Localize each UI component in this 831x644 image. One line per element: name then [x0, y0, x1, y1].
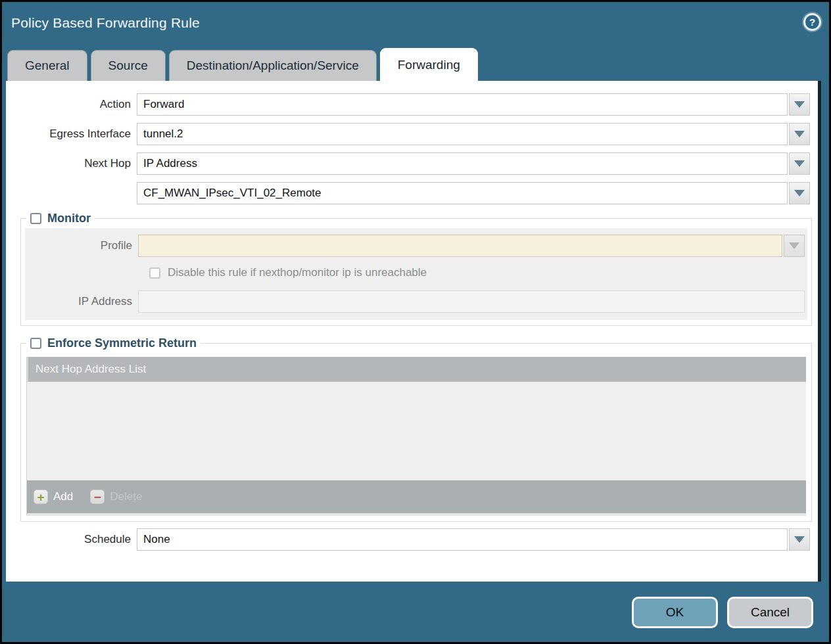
minus-icon: − [90, 490, 105, 504]
monitor-ip-address-row: IP Address [25, 290, 805, 312]
next-hop-row: Next Hop IP Address [6, 152, 810, 175]
dialog-title: Policy Based Forwarding Rule [11, 15, 200, 31]
next-hop-label: Next Hop [6, 157, 137, 170]
egress-interface-label: Egress Interface [6, 127, 137, 141]
next-hop-address-table: Next Hop Address List + Add − Delete [26, 357, 806, 516]
enforce-symmetric-return-section: Enforce Symmetric Return Next Hop Addres… [20, 336, 812, 522]
egress-interface-value: tunnel.2 [143, 127, 183, 141]
monitor-legend: Monitor [26, 212, 95, 225]
action-label: Action [6, 98, 137, 111]
tab-bar: General Source Destination/Application/S… [7, 48, 478, 81]
next-hop-type-value: IP Address [143, 157, 197, 170]
delete-button[interactable]: − Delete [90, 490, 142, 504]
monitor-title: Monitor [47, 212, 91, 225]
next-hop-address-list-header: Next Hop Address List [27, 357, 806, 382]
dialog-footer: OK Cancel [2, 582, 829, 642]
tab-forwarding[interactable]: Forwarding [380, 48, 478, 81]
tab-general[interactable]: General [7, 50, 87, 81]
schedule-value: None [143, 533, 170, 546]
next-hop-address-row: CF_MWAN_IPsec_VTI_02_Remote [6, 182, 810, 204]
disable-rule-row: Disable this rule if nexthop/monitor ip … [149, 265, 805, 281]
egress-interface-row: Egress Interface tunnel.2 [6, 123, 810, 145]
forwarding-tab-panel: Action Forward Egress Interface tunnel.2 [6, 81, 821, 582]
cancel-button[interactable]: Cancel [727, 597, 813, 628]
pbf-rule-dialog: Policy Based Forwarding Rule ? General S… [0, 0, 831, 644]
delete-button-label: Delete [110, 490, 142, 503]
action-dropdown-button[interactable] [789, 93, 810, 116]
ok-button[interactable]: OK [632, 597, 718, 628]
enforce-symmetric-return-title: Enforce Symmetric Return [47, 336, 197, 350]
monitor-checkbox[interactable] [30, 213, 41, 224]
enforce-symmetric-return-legend: Enforce Symmetric Return [26, 336, 201, 350]
dialog-titlebar: Policy Based Forwarding Rule ? [2, 2, 829, 48]
chevron-down-icon [789, 242, 799, 249]
chevron-down-icon [794, 160, 805, 167]
next-hop-address-list-body[interactable] [27, 382, 806, 480]
next-hop-address-select[interactable]: CF_MWAN_IPsec_VTI_02_Remote [137, 182, 788, 204]
next-hop-dropdown-button[interactable] [789, 152, 810, 175]
monitor-section: Monitor Profile Disable this rule if nex… [20, 212, 812, 326]
profile-row: Profile [25, 235, 805, 256]
chevron-down-icon [794, 190, 805, 196]
chevron-down-icon [794, 536, 805, 543]
monitor-ip-address-label: IP Address [25, 295, 138, 308]
add-button[interactable]: + Add [34, 490, 73, 504]
tab-destination-application-service[interactable]: Destination/Application/Service [169, 50, 377, 81]
add-button-label: Add [53, 490, 73, 503]
table-bottom-strip [27, 513, 806, 516]
action-row: Action Forward [6, 93, 810, 116]
plus-icon: + [34, 490, 48, 504]
next-hop-address-list-toolbar: + Add − Delete [27, 480, 806, 513]
disable-rule-label: Disable this rule if nexthop/monitor ip … [168, 266, 427, 279]
next-hop-address-dropdown-button[interactable] [789, 182, 810, 204]
tab-source[interactable]: Source [91, 50, 166, 81]
monitor-ip-address-input[interactable] [138, 290, 805, 313]
action-value: Forward [143, 98, 184, 111]
profile-select[interactable] [138, 235, 782, 257]
next-hop-type-select[interactable]: IP Address [137, 152, 788, 175]
action-select[interactable]: Forward [137, 93, 788, 116]
help-icon[interactable]: ? [803, 13, 821, 31]
chevron-down-icon [794, 131, 805, 137]
schedule-dropdown-button[interactable] [789, 528, 810, 551]
enforce-symmetric-return-checkbox[interactable] [30, 338, 41, 349]
chevron-down-icon [794, 101, 805, 108]
egress-interface-select[interactable]: tunnel.2 [137, 123, 788, 145]
monitor-panel: Profile Disable this rule if nexthop/mon… [25, 228, 807, 320]
profile-label: Profile [25, 239, 138, 252]
next-hop-address-value: CF_MWAN_IPsec_VTI_02_Remote [143, 187, 321, 200]
schedule-label: Schedule [6, 533, 137, 546]
egress-interface-dropdown-button[interactable] [789, 123, 810, 145]
schedule-select[interactable]: None [137, 528, 788, 551]
profile-dropdown-button [784, 235, 805, 257]
disable-rule-checkbox[interactable] [149, 267, 160, 279]
schedule-row: Schedule None [6, 528, 810, 551]
